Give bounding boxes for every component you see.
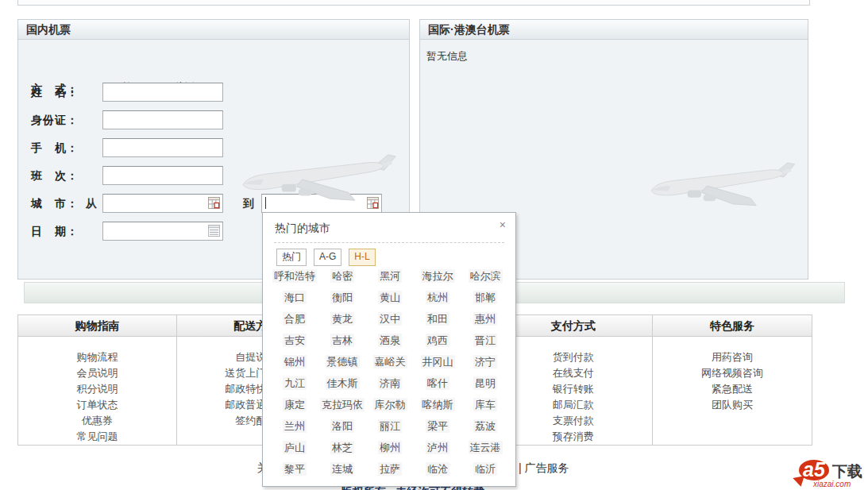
city-item[interactable]: 林芝 — [318, 437, 366, 458]
id-card-input[interactable] — [102, 110, 223, 129]
city-item[interactable]: 酒泉 — [366, 330, 414, 351]
calendar-icon[interactable] — [208, 225, 220, 237]
footer-column-header: 支付方式 — [494, 315, 652, 337]
city-to-input[interactable] — [261, 194, 382, 213]
city-item[interactable]: 喀什 — [414, 372, 461, 394]
city-item[interactable]: 黄山 — [366, 287, 414, 308]
footer-link[interactable]: 紧急配送 — [653, 381, 812, 397]
city-item[interactable]: 库尔勒 — [366, 394, 414, 415]
city-item[interactable]: 井冈山 — [414, 351, 461, 372]
city-item[interactable]: 黑河 — [366, 265, 414, 287]
city-item[interactable]: 库车 — [461, 394, 509, 415]
city-item[interactable]: 海口 — [271, 287, 318, 308]
city-item[interactable]: 和田 — [414, 308, 461, 330]
city-item[interactable]: 嘉峪关 — [366, 351, 414, 372]
city-item[interactable]: 济宁 — [461, 351, 509, 372]
city-item[interactable]: 黄龙 — [318, 308, 366, 330]
footer-link[interactable]: 优惠券 — [18, 413, 176, 429]
footer-link[interactable]: 货到付款 — [494, 349, 652, 365]
city-picker-icon[interactable] — [367, 197, 379, 209]
city-item[interactable]: 柳州 — [366, 437, 414, 458]
city-item[interactable]: 晋江 — [461, 330, 509, 351]
footer-column: 支付方式货到付款在线支付银行转账邮局汇款支票付款预存消费 — [494, 315, 653, 445]
city-item[interactable]: 连城 — [318, 458, 366, 480]
phone-label: 手 机： — [31, 138, 88, 157]
city-item[interactable]: 吉林 — [318, 330, 366, 351]
city-item[interactable]: 庐山 — [271, 437, 318, 458]
city-item[interactable]: 拉萨 — [366, 458, 414, 480]
footer-column-items: 用药咨询网络视频咨询紧急配送团队购买 — [653, 337, 812, 413]
city-item[interactable]: 洛阳 — [318, 415, 366, 437]
footer-link[interactable]: 订单状态 — [18, 397, 176, 413]
dashed-divider — [274, 242, 504, 243]
footer-link[interactable]: 购物流程 — [18, 349, 176, 365]
flight-number-input[interactable] — [102, 166, 223, 185]
city-from-label: 从 — [86, 194, 97, 213]
logo-domain-text: xiazai.com — [813, 480, 851, 488]
city-item[interactable]: 临沧 — [414, 458, 461, 480]
city-item[interactable]: 昆明 — [461, 372, 509, 394]
popup-tab-热门[interactable]: 热门 — [276, 249, 307, 266]
city-item[interactable]: 连云港 — [461, 437, 509, 458]
close-icon[interactable]: × — [500, 219, 506, 230]
city-from-input-wrap — [102, 194, 223, 213]
city-item[interactable]: 丽江 — [366, 415, 414, 437]
city-from-input[interactable] — [102, 194, 223, 213]
city-item[interactable]: 佳木斯 — [318, 372, 366, 394]
city-item[interactable]: 呼和浩特 — [271, 265, 318, 287]
city-item[interactable]: 喀纳斯 — [414, 394, 461, 415]
city-item[interactable]: 汉中 — [366, 308, 414, 330]
city-item[interactable]: 克拉玛依 — [318, 394, 366, 415]
city-item[interactable]: 吉安 — [271, 330, 318, 351]
footer-link[interactable]: 网络视频咨询 — [653, 365, 812, 381]
city-item[interactable]: 济南 — [366, 372, 414, 394]
city-item[interactable]: 黎平 — [271, 458, 318, 480]
name-label: 姓 名： — [31, 83, 88, 102]
city-item[interactable]: 鸡西 — [414, 330, 461, 351]
footer-link[interactable]: 团队购买 — [653, 397, 812, 413]
footer-link[interactable]: 会员说明 — [18, 365, 176, 381]
city-to-input-wrap — [261, 194, 382, 213]
footer-link[interactable]: 在线支付 — [494, 365, 652, 381]
text-cursor — [265, 197, 266, 209]
phone-input[interactable] — [102, 138, 223, 157]
footer-column: 购物指南购物流程会员说明积分说明订单状态优惠券常见问题 — [18, 315, 177, 445]
popup-tab-H-L[interactable]: H-L — [349, 249, 375, 266]
city-item[interactable]: 荔波 — [461, 415, 509, 437]
city-item[interactable]: 九江 — [271, 372, 318, 394]
city-item[interactable]: 邯郸 — [461, 287, 509, 308]
footer-column-header: 购物指南 — [18, 315, 176, 337]
flight-number-label: 班 次： — [31, 166, 88, 185]
city-item[interactable]: 梁平 — [414, 415, 461, 437]
city-item[interactable]: 康定 — [271, 394, 318, 415]
footer-link[interactable]: 预存消费 — [494, 429, 652, 445]
popup-tab-A-G[interactable]: A-G — [314, 249, 341, 266]
footer-link[interactable]: 支票付款 — [494, 413, 652, 429]
city-item[interactable]: 临沂 — [461, 458, 509, 480]
footer-link[interactable]: 用药咨询 — [653, 349, 812, 365]
city-label: 城 市： — [31, 194, 88, 213]
city-item[interactable]: 合肥 — [271, 308, 318, 330]
city-item[interactable]: 惠州 — [461, 308, 509, 330]
city-item[interactable]: 兰州 — [271, 415, 318, 437]
city-picker-icon[interactable] — [208, 197, 220, 209]
popup-tab-bar: 热门A-GH-L — [276, 249, 383, 266]
footer-link[interactable]: 积分说明 — [18, 381, 176, 397]
city-item[interactable]: 杭州 — [414, 287, 461, 308]
footer-link[interactable]: 邮局汇款 — [494, 397, 652, 413]
footer-link[interactable]: 银行转账 — [494, 381, 652, 397]
city-item[interactable]: 泸州 — [414, 437, 461, 458]
footer-column-header: 特色服务 — [653, 315, 812, 337]
city-item[interactable]: 景德镇 — [318, 351, 366, 372]
date-input[interactable] — [102, 222, 223, 241]
logo-a5-text: a5 — [799, 460, 829, 480]
city-item[interactable]: 哈尔滨 — [461, 265, 509, 287]
city-item[interactable]: 哈密 — [318, 265, 366, 287]
footer-link[interactable]: 常见问题 — [18, 429, 176, 445]
city-item[interactable]: 锦州 — [271, 351, 318, 372]
date-input-wrap — [102, 222, 223, 241]
no-info-text: 暂无信息 — [426, 49, 468, 64]
name-input[interactable] — [102, 83, 223, 102]
city-item[interactable]: 海拉尔 — [414, 265, 461, 287]
city-item[interactable]: 衡阳 — [318, 287, 366, 308]
